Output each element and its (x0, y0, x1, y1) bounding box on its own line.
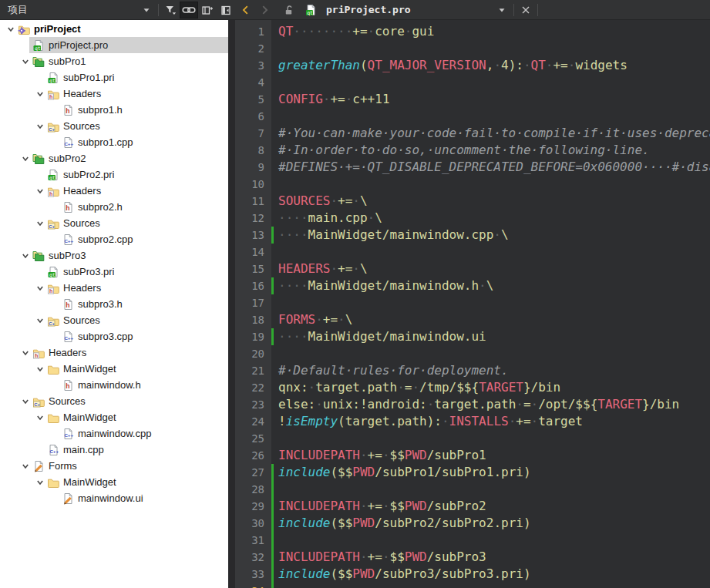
code-line-30[interactable]: 30include($$PWD/subPro2/subPro2.pri) (235, 515, 710, 532)
line-number[interactable]: 24 (235, 413, 271, 430)
code-line-34[interactable]: 34 (235, 583, 710, 588)
code-lines[interactable]: 1QT········+=·core·gui23greaterThan(QT_M… (235, 20, 710, 588)
line-number[interactable]: 13 (235, 227, 271, 244)
code-line-32[interactable]: 32INCLUDEPATH·+=·$$PWD/subPro3 (235, 549, 710, 566)
line-number[interactable]: 32 (235, 549, 271, 566)
line-number[interactable]: 16 (235, 277, 271, 294)
code-line-31[interactable]: 31 (235, 532, 710, 549)
line-number[interactable]: 8 (235, 142, 271, 159)
tree-item-mainwindow-cpp[interactable]: C++mainwindow.cpp (0, 425, 228, 442)
expand-collapse-chevron[interactable] (32, 280, 47, 296)
tree-item-forms[interactable]: Forms (0, 458, 228, 474)
code-line-28[interactable]: 28 (235, 481, 710, 498)
expand-collapse-chevron[interactable] (18, 393, 32, 409)
expand-collapse-chevron[interactable] (3, 21, 18, 37)
code-line-19[interactable]: 19····MainWidget/mainwindow.ui (235, 328, 710, 345)
expand-collapse-chevron[interactable] (18, 150, 32, 166)
document-dropdown-button[interactable] (493, 2, 511, 18)
code-line-16[interactable]: 16····MainWidget/mainwindow.h·\ (235, 277, 710, 294)
code-line-13[interactable]: 13····MainWidget/mainwindow.cpp·\ (235, 227, 710, 244)
code-line-1[interactable]: 1QT········+=·core·gui (235, 23, 710, 40)
code-line-12[interactable]: 12····main.cpp·\ (235, 210, 710, 227)
code-line-20[interactable]: 20 (235, 345, 710, 362)
code-line-5[interactable]: 5CONFIG·+=·c++11 (235, 91, 710, 108)
line-number[interactable]: 21 (235, 362, 271, 379)
expand-collapse-chevron[interactable] (32, 312, 47, 328)
code-line-14[interactable]: 14 (235, 244, 710, 260)
tree-item-sources[interactable]: C+Sources (0, 215, 228, 231)
line-number[interactable]: 33 (235, 566, 271, 583)
open-document-title[interactable]: priProject.pro (326, 4, 448, 15)
code-line-9[interactable]: 9#DEFINES·+=·QT_DISABLE_DEPRECATED_BEFOR… (235, 159, 710, 176)
line-number[interactable]: 31 (235, 532, 271, 549)
tree-item-headers[interactable]: hHeaders (0, 344, 228, 361)
expand-collapse-chevron[interactable] (18, 247, 32, 264)
tree-item-subpro3-pri[interactable]: qtsubPro3.pri (0, 264, 228, 280)
tree-item-sources[interactable]: C+Sources (0, 312, 228, 328)
tree-item-main-cpp[interactable]: C++main.cpp (0, 442, 228, 458)
tree-item-subpro3-h[interactable]: hsubpro3.h (0, 296, 228, 312)
tree-item-subpro3-cpp[interactable]: C++subpro3.cpp (0, 328, 228, 344)
line-number[interactable]: 1 (235, 23, 271, 40)
go-back-button[interactable] (237, 2, 255, 18)
sync-with-editor-button[interactable] (180, 2, 198, 18)
panel-mode-dropdown-button[interactable] (137, 2, 156, 18)
expand-collapse-chevron[interactable] (18, 458, 32, 474)
line-number[interactable]: 26 (235, 447, 271, 464)
code-line-3[interactable]: 3greaterThan(QT_MAJOR_VERSION,·4):·QT·+=… (235, 57, 710, 74)
line-number[interactable]: 17 (235, 294, 271, 311)
code-line-33[interactable]: 33include($$PWD/subPro3/subPro3.pri) (235, 566, 710, 583)
code-line-7[interactable]: 7#·You·can·make·your·code·fail·to·compil… (235, 125, 710, 142)
line-number[interactable]: 25 (235, 430, 271, 447)
expand-collapse-chevron[interactable] (32, 409, 47, 425)
code-line-10[interactable]: 10 (235, 176, 710, 193)
tree-item-sources[interactable]: C+Sources (0, 393, 228, 409)
line-number[interactable]: 30 (235, 515, 271, 532)
tree-item-subpro2-h[interactable]: hsubpro2.h (0, 199, 228, 215)
tree-item-headers[interactable]: hHeaders (0, 183, 228, 199)
line-number[interactable]: 2 (235, 40, 271, 57)
line-number[interactable]: 6 (235, 108, 271, 125)
expand-collapse-chevron[interactable] (32, 474, 47, 490)
code-line-15[interactable]: 15HEADERS·+=·\ (235, 260, 710, 277)
line-number[interactable]: 9 (235, 159, 271, 176)
expand-collapse-chevron[interactable] (32, 361, 47, 377)
tree-item-mainwindow-ui[interactable]: mainwindow.ui (0, 490, 228, 506)
line-number[interactable]: 18 (235, 311, 271, 328)
line-number[interactable]: 11 (235, 193, 271, 210)
expand-collapse-chevron[interactable] (18, 53, 32, 69)
line-number[interactable]: 4 (235, 74, 271, 91)
code-line-8[interactable]: 8#·In·order·to·do·so,·uncomment·the·foll… (235, 142, 710, 159)
tree-item-subpro1-pri[interactable]: qtsubPro1.pri (0, 69, 228, 86)
line-number[interactable]: 7 (235, 125, 271, 142)
code-line-26[interactable]: 26INCLUDEPATH·+=·$$PWD/subPro1 (235, 447, 710, 464)
code-line-4[interactable]: 4 (235, 74, 710, 91)
go-forward-button[interactable] (255, 2, 274, 18)
expand-collapse-chevron[interactable] (32, 86, 47, 102)
code-line-29[interactable]: 29INCLUDEPATH·+=·$$PWD/subPro2 (235, 498, 710, 515)
tree-item-priproject-pro-selected[interactable]: qtpriProject.pro (0, 37, 228, 53)
tree-item-priproject[interactable]: priProject (0, 21, 228, 37)
tree-item-subpro2-cpp[interactable]: C++subpro2.cpp (0, 231, 228, 247)
tree-item-subpro1[interactable]: subPro1 (0, 53, 228, 69)
tree-item-subpro1-h[interactable]: hsubpro1.h (0, 102, 228, 118)
code-line-18[interactable]: 18FORMS·+=·\ (235, 311, 710, 328)
tree-item-sources[interactable]: C+Sources (0, 118, 228, 134)
line-number[interactable]: 20 (235, 345, 271, 362)
tree-item-mainwindow-h[interactable]: hmainwindow.h (0, 377, 228, 393)
line-number[interactable]: 12 (235, 210, 271, 227)
code-line-23[interactable]: 23else:·unix:!android:·target.path·=·/op… (235, 396, 710, 413)
tree-item-subpro3[interactable]: subPro3 (0, 247, 228, 264)
line-number[interactable]: 23 (235, 396, 271, 413)
code-line-11[interactable]: 11SOURCES·+=·\ (235, 193, 710, 210)
expand-collapse-chevron[interactable] (32, 183, 47, 199)
code-line-6[interactable]: 6 (235, 108, 710, 125)
expand-collapse-chevron[interactable] (18, 344, 32, 361)
line-number[interactable]: 29 (235, 498, 271, 515)
code-line-17[interactable]: 17 (235, 294, 710, 311)
close-panel-button[interactable] (217, 2, 235, 18)
tree-item-headers[interactable]: hHeaders (0, 86, 228, 102)
tree-item-headers[interactable]: hHeaders (0, 280, 228, 296)
close-document-button[interactable] (517, 2, 535, 18)
panel-splitter[interactable] (228, 20, 235, 588)
